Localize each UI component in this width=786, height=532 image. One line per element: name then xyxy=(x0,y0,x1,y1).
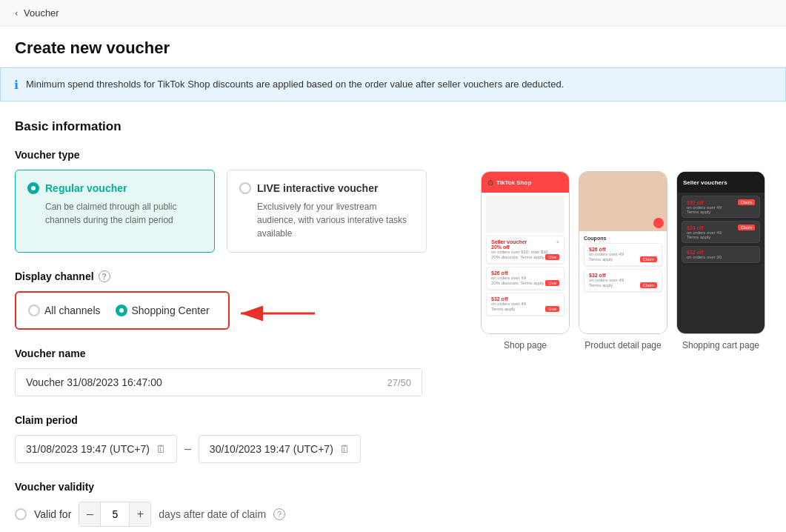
days-input[interactable] xyxy=(100,502,130,526)
display-channel-label: Display channel ? xyxy=(15,270,460,282)
validity-options: Valid for – + days after date of claim ? xyxy=(15,502,460,532)
shopping-center-label: Shopping Center xyxy=(132,305,210,316)
voucher-name-label: Voucher name xyxy=(15,348,460,359)
radio-valid-for[interactable] xyxy=(15,508,27,520)
days-decrease-button[interactable]: – xyxy=(79,502,100,526)
claim-period-label: Claim period xyxy=(15,414,460,426)
regular-voucher-header: Regular voucher xyxy=(27,182,202,194)
channel-options: All channels Shopping Center xyxy=(28,305,216,316)
voucher-name-char-count: 27/50 xyxy=(387,377,411,388)
all-channels-label: All channels xyxy=(44,305,101,316)
page-header: Create new voucher xyxy=(0,27,786,67)
channel-shopping-center[interactable]: Shopping Center xyxy=(116,305,210,316)
breadcrumb-label: Voucher xyxy=(24,7,59,19)
shopping-cart-mockup: Seller vouchers $32 off Claim on orders … xyxy=(676,171,765,334)
red-arrow-icon xyxy=(233,299,322,328)
preview-product-detail: Coupons $26 off on orders over 49 Terms … xyxy=(579,171,667,532)
voucher-type-live[interactable]: LIVE interactive voucher Exclusively for… xyxy=(227,170,427,253)
radio-all-channels[interactable] xyxy=(28,305,40,316)
shop-page-label: Shop page xyxy=(504,340,547,350)
main-layout: Voucher type Regular voucher Can be clai… xyxy=(15,149,771,532)
voucher-validity-section: Voucher validity Valid for – + day xyxy=(15,481,460,532)
info-banner: ℹ Minimum spend thresholds for TikTok Sh… xyxy=(0,67,786,102)
voucher-validity-label: Voucher validity xyxy=(15,481,460,493)
calendar-start-icon: 🗓 xyxy=(156,443,166,455)
voucher-type-label: Voucher type xyxy=(15,149,460,161)
back-arrow[interactable]: ‹ xyxy=(15,7,18,19)
validity-help-icon[interactable]: ? xyxy=(273,508,285,520)
validity-valid-for: Valid for – + days after date of claim ? xyxy=(15,502,460,527)
calendar-end-icon: 🗓 xyxy=(339,443,350,455)
shopping-cart-label: Shopping cart page xyxy=(682,340,759,350)
voucher-name-input[interactable] xyxy=(26,376,387,388)
channel-all-channels[interactable]: All channels xyxy=(28,305,101,316)
voucher-type-row: Regular voucher Can be claimed through a… xyxy=(15,170,460,253)
page: ‹ Voucher Create new voucher ℹ Minimum s… xyxy=(0,0,786,532)
claim-start-value: 31/08/2023 19:47 (UTC+7) xyxy=(26,443,150,455)
product-detail-mockup: Coupons $26 off on orders over 49 Terms … xyxy=(579,171,667,334)
voucher-name-input-wrapper: 27/50 xyxy=(15,368,422,396)
radio-shopping-center[interactable] xyxy=(116,305,127,316)
claim-period-end[interactable]: 30/10/2023 19:47 (UTC+7) 🗓 xyxy=(199,435,361,463)
preview-section: ⊙ TikTok Shop Seller voucher × xyxy=(475,149,771,532)
valid-for-label: Valid for xyxy=(34,508,71,520)
page-title: Create new voucher xyxy=(15,39,771,58)
date-range-dash: – xyxy=(184,442,191,456)
claim-period-section: Claim period 31/08/2023 19:47 (UTC+7) 🗓 … xyxy=(15,414,460,463)
days-stepper: – + xyxy=(79,502,151,527)
layout-wrapper: Voucher type Regular voucher Can be clai… xyxy=(15,149,771,532)
red-arrow-container xyxy=(233,299,322,330)
display-channel-section: All channels Shopping Center xyxy=(15,291,230,330)
voucher-name-section: Voucher name 27/50 xyxy=(15,348,460,396)
days-after-label: days after date of claim xyxy=(159,508,266,520)
claim-period-start[interactable]: 31/08/2023 19:47 (UTC+7) 🗓 xyxy=(15,435,177,463)
preview-shop-page: ⊙ TikTok Shop Seller voucher × xyxy=(481,171,570,532)
live-voucher-header: LIVE interactive voucher xyxy=(239,182,414,194)
section-title-basic-info: Basic information xyxy=(15,119,771,134)
claim-end-value: 30/10/2023 19:47 (UTC+7) xyxy=(210,443,333,455)
info-icon: ℹ xyxy=(14,78,19,92)
radio-live[interactable] xyxy=(239,182,251,194)
live-voucher-desc: Exclusively for your livestream audience… xyxy=(257,200,414,240)
shop-page-mockup: ⊙ TikTok Shop Seller voucher × xyxy=(481,171,570,334)
left-column: Voucher type Regular voucher Can be clai… xyxy=(15,149,460,532)
voucher-type-regular[interactable]: Regular voucher Can be claimed through a… xyxy=(15,170,215,253)
preview-shopping-cart: Seller vouchers $32 off Claim on orders … xyxy=(676,171,765,532)
days-increase-button[interactable]: + xyxy=(130,502,150,526)
regular-voucher-desc: Can be claimed through all public channe… xyxy=(45,200,202,227)
date-range: 31/08/2023 19:47 (UTC+7) 🗓 – 30/10/2023 … xyxy=(15,435,460,463)
breadcrumb: ‹ Voucher xyxy=(0,0,786,27)
live-voucher-title: LIVE interactive voucher xyxy=(257,182,378,194)
main-content: Basic information Voucher type Regular v… xyxy=(0,102,786,532)
radio-regular[interactable] xyxy=(27,182,39,194)
display-channel-help[interactable]: ? xyxy=(99,270,110,282)
info-banner-text: Minimum spend thresholds for TikTok Shop… xyxy=(26,77,564,92)
regular-voucher-title: Regular voucher xyxy=(45,182,127,194)
product-detail-label: Product detail page xyxy=(584,340,661,350)
